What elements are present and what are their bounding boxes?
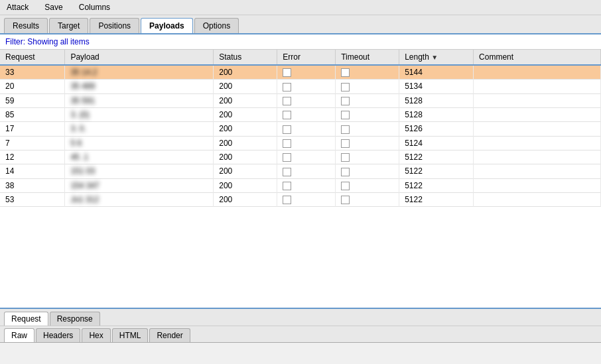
cell-status: 200 xyxy=(214,65,277,80)
cell-error-checkbox[interactable] xyxy=(283,83,291,91)
cell-error-checkbox[interactable] xyxy=(283,182,291,190)
cell-error-checkbox[interactable] xyxy=(283,97,291,105)
table-row[interactable]: 5935 5912005128 xyxy=(0,93,601,107)
tab-tertiary-headers[interactable]: Headers xyxy=(36,328,80,342)
cell-timeout xyxy=(336,164,399,178)
table-row[interactable]: 853. (0)2005128 xyxy=(0,107,601,121)
cell-comment xyxy=(474,65,601,80)
bottom-section: RequestResponse RawHeadersHexHTMLRender xyxy=(0,308,601,343)
col-request[interactable]: Request xyxy=(0,50,65,65)
cell-length: 5128 xyxy=(399,107,474,121)
cell-error xyxy=(277,107,336,121)
cell-timeout-checkbox[interactable] xyxy=(341,168,350,176)
cell-comment xyxy=(474,150,601,164)
cell-error-checkbox[interactable] xyxy=(283,153,291,162)
cell-status: 200 xyxy=(214,122,277,136)
table-body: 3335 14.220051442035 48920051345935 5912… xyxy=(0,65,601,207)
tab-primary-target[interactable]: Target xyxy=(49,18,88,33)
cell-error xyxy=(277,136,336,150)
cell-error xyxy=(277,80,336,93)
cell-timeout-checkbox[interactable] xyxy=(341,68,350,77)
table-row[interactable]: 53Jo1 3122005122 xyxy=(0,192,601,206)
cell-timeout xyxy=(336,80,399,93)
col-timeout[interactable]: Timeout xyxy=(336,50,399,65)
cell-error-checkbox[interactable] xyxy=(283,139,291,148)
cell-timeout-checkbox[interactable] xyxy=(341,83,350,91)
menu-item-columns[interactable]: Columns xyxy=(76,2,113,13)
cell-payload: 154 347 xyxy=(65,178,214,192)
tab-tertiary-hex[interactable]: Hex xyxy=(82,328,110,342)
table-header-row: Request Payload Status Error Timeout Len… xyxy=(0,50,601,65)
table-container[interactable]: Request Payload Status Error Timeout Len… xyxy=(0,50,601,308)
tab-secondary-response[interactable]: Response xyxy=(50,312,100,326)
tab-primary-payloads[interactable]: Payloads xyxy=(141,18,193,33)
table-row[interactable]: 1245 .12005122 xyxy=(0,150,601,164)
cell-payload: 3. 0. xyxy=(65,122,214,136)
cell-status: 200 xyxy=(214,150,277,164)
cell-comment xyxy=(474,164,601,178)
cell-request: 53 xyxy=(0,192,65,206)
tab-primary-results[interactable]: Results xyxy=(4,18,48,33)
cell-error-checkbox[interactable] xyxy=(283,196,291,204)
main-layout: AttackSaveColumns ResultsTargetPositions… xyxy=(0,0,601,364)
cell-timeout-checkbox[interactable] xyxy=(341,111,350,119)
table-row[interactable]: 173. 0.2005126 xyxy=(0,122,601,136)
cell-error xyxy=(277,150,336,164)
cell-error xyxy=(277,65,336,80)
cell-length: 5128 xyxy=(399,93,474,107)
menu-item-save[interactable]: Save xyxy=(42,2,65,13)
cell-payload: 3. (0) xyxy=(65,107,214,121)
table-row[interactable]: 14151 032005122 xyxy=(0,164,601,178)
tab-primary-positions[interactable]: Positions xyxy=(90,18,139,33)
cell-error-checkbox[interactable] xyxy=(283,68,291,77)
cell-comment xyxy=(474,122,601,136)
cell-status: 200 xyxy=(214,136,277,150)
cell-payload: 5 6 xyxy=(65,136,214,150)
tab-tertiary-html[interactable]: HTML xyxy=(112,328,149,342)
cell-request: 14 xyxy=(0,164,65,178)
cell-request: 20 xyxy=(0,80,65,93)
table-row[interactable]: 2035 4892005134 xyxy=(0,80,601,93)
cell-request: 12 xyxy=(0,150,65,164)
cell-timeout xyxy=(336,93,399,107)
cell-error-checkbox[interactable] xyxy=(283,168,291,176)
cell-length: 5126 xyxy=(399,122,474,136)
cell-payload: 35 489 xyxy=(65,80,214,93)
col-error[interactable]: Error xyxy=(277,50,336,65)
cell-error-checkbox[interactable] xyxy=(283,111,291,119)
cell-error xyxy=(277,122,336,136)
cell-payload: 35 591 xyxy=(65,93,214,107)
table-row[interactable]: 38154 3472005122 xyxy=(0,178,601,192)
cell-timeout-checkbox[interactable] xyxy=(341,182,350,190)
col-status[interactable]: Status xyxy=(214,50,277,65)
cell-timeout xyxy=(336,150,399,164)
cell-request: 85 xyxy=(0,107,65,121)
tab-tertiary-raw[interactable]: Raw xyxy=(4,328,34,342)
cell-timeout-checkbox[interactable] xyxy=(341,97,350,105)
cell-timeout-checkbox[interactable] xyxy=(341,153,350,162)
table-row[interactable]: 75 62005124 xyxy=(0,136,601,150)
cell-timeout-checkbox[interactable] xyxy=(341,125,350,134)
menu-item-attack[interactable]: Attack xyxy=(4,2,31,13)
cell-status: 200 xyxy=(214,107,277,121)
tabs-primary: ResultsTargetPositionsPayloadsOptions xyxy=(0,15,601,34)
tab-secondary-request[interactable]: Request xyxy=(4,312,48,326)
cell-error xyxy=(277,164,336,178)
cell-payload: Jo1 312 xyxy=(65,192,214,206)
cell-error-checkbox[interactable] xyxy=(283,125,291,134)
cell-request: 59 xyxy=(0,93,65,107)
tab-primary-options[interactable]: Options xyxy=(194,18,239,33)
col-payload[interactable]: Payload xyxy=(65,50,214,65)
tab-tertiary-render[interactable]: Render xyxy=(149,328,190,342)
cell-timeout xyxy=(336,122,399,136)
col-length[interactable]: Length ▼ xyxy=(399,50,474,65)
table-row[interactable]: 3335 14.22005144 xyxy=(0,65,601,80)
cell-comment xyxy=(474,93,601,107)
tabs-secondary: RequestResponse xyxy=(0,309,601,326)
sort-icon: ▼ xyxy=(431,54,438,61)
cell-length: 5122 xyxy=(399,192,474,206)
cell-timeout-checkbox[interactable] xyxy=(341,139,350,148)
results-table: Request Payload Status Error Timeout Len… xyxy=(0,50,601,207)
cell-timeout-checkbox[interactable] xyxy=(341,196,350,204)
col-comment[interactable]: Comment xyxy=(474,50,601,65)
